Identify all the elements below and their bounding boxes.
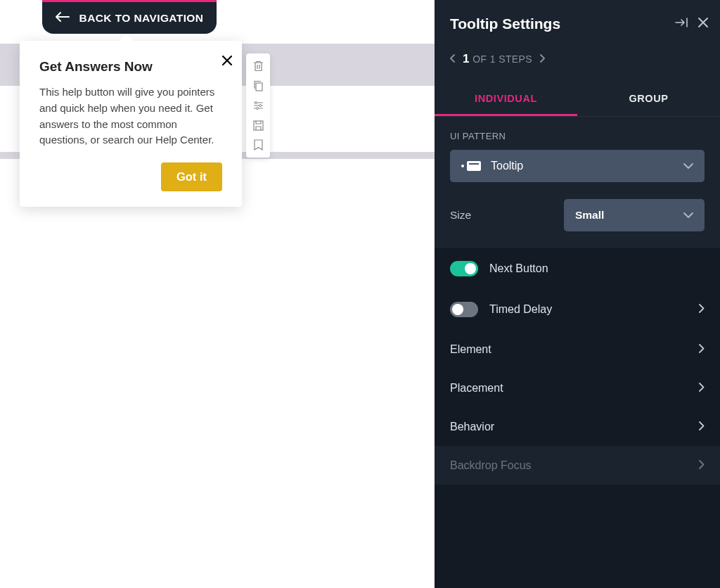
panel-title: Tooltip Settings [450,15,560,32]
chevron-right-icon [699,459,705,472]
close-icon[interactable] [698,17,709,31]
chevron-down-icon [683,209,693,222]
behavior-option[interactable]: Behavior [435,407,720,446]
ui-pattern-value: Tooltip [491,160,523,172]
placement-option[interactable]: Placement [435,369,720,407]
tab-individual[interactable]: INDIVIDUAL [435,83,577,116]
chevron-down-icon [683,160,693,172]
element-label: Element [450,343,688,356]
backdrop-focus-label: Backdrop Focus [450,459,688,472]
svg-rect-4 [254,121,263,130]
back-to-navigation-button[interactable]: BACK TO NAVIGATION [42,0,217,34]
svg-point-1 [255,102,257,104]
step-current: 1 [463,52,470,65]
settings-panel: Tooltip Settings 1 OF 1 STEPS INDIVIDUAL… [435,0,720,588]
svg-point-3 [256,108,258,110]
step-navigator: 1 OF 1 STEPS [435,32,720,66]
next-button-toggle[interactable] [450,261,478,276]
bookmark-icon[interactable] [250,136,266,153]
tooltip-got-it-button[interactable]: Got it [161,162,222,191]
tooltip-title[interactable]: Get Answers Now [39,59,222,75]
tab-group[interactable]: GROUP [577,83,720,116]
behavior-label: Behavior [450,421,688,433]
tooltip-close-button[interactable] [222,53,232,68]
svg-rect-0 [256,83,262,91]
size-value: Small [575,209,604,222]
tooltip-action-toolbar [246,53,270,158]
backdrop-focus-option[interactable]: Backdrop Focus [435,446,720,485]
arrow-left-icon [56,11,70,25]
element-option[interactable]: Element [435,330,720,369]
copy-icon[interactable] [250,77,266,94]
timed-delay-toggle[interactable] [450,302,478,317]
chevron-right-icon [699,343,705,356]
sliders-icon[interactable] [250,97,266,114]
step-prev-button[interactable] [450,54,456,65]
timed-delay-label: Timed Delay [489,303,688,316]
tooltip-pattern-icon [461,161,481,171]
chevron-right-icon [699,303,705,316]
save-icon[interactable] [250,117,266,134]
collapse-icon[interactable] [675,18,688,30]
ui-pattern-select[interactable]: Tooltip [450,150,705,182]
ui-pattern-label: UI PATTERN [435,117,720,150]
tooltip-preview: Get Answers Now This help button will gi… [20,41,242,207]
chevron-right-icon [699,421,705,433]
size-label: Size [450,209,471,222]
back-nav-label: BACK TO NAVIGATION [79,12,204,25]
timed-delay-option[interactable]: Timed Delay [435,289,720,330]
tooltip-body[interactable]: This help button will give you pointers … [39,84,222,148]
step-next-button[interactable] [539,54,545,65]
next-button-label: Next Button [489,262,705,275]
placement-label: Placement [450,382,688,395]
svg-point-2 [259,105,261,107]
next-button-option[interactable]: Next Button [435,248,720,289]
trash-icon[interactable] [250,58,266,75]
step-total: OF 1 STEPS [472,53,532,65]
chevron-right-icon [699,382,705,395]
editor-canvas: BACK TO NAVIGATION Get Answers Now This … [0,0,435,588]
settings-tabs: INDIVIDUAL GROUP [435,83,720,117]
size-select[interactable]: Small [564,199,705,231]
